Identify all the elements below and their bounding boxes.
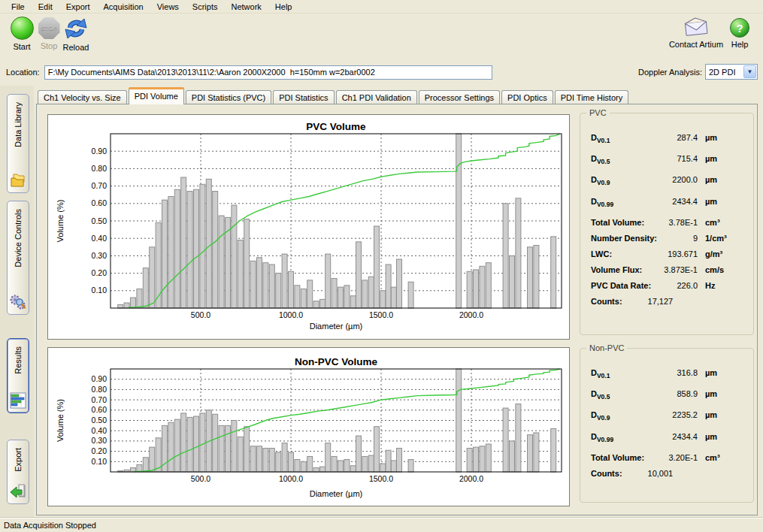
menu-acquisition[interactable]: Acquisition: [97, 1, 150, 13]
tab-ch1-pdi-validation[interactable]: Ch1 PDI Validation: [336, 90, 417, 104]
non-pvc-volume-chart: 0.100.200.300.400.500.600.700.800.90500.…: [47, 347, 570, 506]
doppler-analysis-select[interactable]: 2D PDI ▼: [705, 64, 758, 80]
svg-text:0.10: 0.10: [92, 286, 107, 295]
stat-row-dv09: DV0.9 2235.2 µm: [591, 410, 744, 422]
reload-label: Reload: [63, 43, 89, 52]
svg-text:PVC Volume: PVC Volume: [306, 121, 366, 132]
tab-ch1-velocity-vs-size[interactable]: Ch1 Velocity vs. Size: [38, 90, 127, 104]
contact-artium-label: Contact Artium: [669, 40, 723, 49]
sidebar-item-label: Results: [14, 346, 23, 374]
sidebar-item-label: Device Controls: [14, 209, 23, 268]
tab-pdi-optics[interactable]: PDI Optics: [501, 90, 553, 104]
status-text: Data Acquisition Stopped: [4, 521, 96, 530]
tab-strip: Ch1 Velocity vs. Size PDI Volume PDI Sta…: [36, 87, 758, 104]
svg-text:0.80: 0.80: [92, 164, 107, 173]
app-window: File Edit Export Acquisition Views Scrip…: [0, 0, 763, 532]
tab-pdi-statistics[interactable]: PDI Statistics: [273, 90, 334, 104]
stat-row-dv01: DV0.1 316.8 µm: [591, 368, 744, 379]
svg-text:2000.0: 2000.0: [459, 310, 483, 319]
menu-help[interactable]: Help: [268, 1, 299, 13]
stat-row-nonpvc-counts: Counts: 10,001: [591, 469, 744, 478]
stat-row-dv01: DV0.1 287.4 µm: [591, 133, 744, 144]
reload-arrows-icon: [64, 17, 88, 41]
tab-control: Ch1 Velocity vs. Size PDI Volume PDI Sta…: [36, 87, 758, 515]
sidebar-item-label: Export: [14, 448, 23, 472]
sidebar-item-label: Data Library: [14, 102, 23, 147]
sidebar-item-results[interactable]: Results: [7, 338, 29, 413]
tab-pdi-volume[interactable]: PDI Volume: [129, 87, 184, 104]
stat-row-dv099: DV0.99 2434.4 µm: [591, 197, 744, 208]
stat-row-lwc: LWC: 193.671 g/m³: [591, 249, 744, 258]
tab-pdi-time-history[interactable]: PDI Time History: [555, 90, 629, 104]
reload-button[interactable]: Reload: [56, 17, 96, 52]
stat-row-total-volume: Total Volume: 3.20E-1 cm³: [591, 453, 744, 462]
svg-text:0.40: 0.40: [92, 234, 107, 243]
svg-text:Volume (%): Volume (%): [56, 399, 65, 442]
export-arrow-icon: [10, 483, 26, 500]
svg-text:Diameter (µm): Diameter (µm): [310, 322, 363, 331]
svg-text:0.90: 0.90: [92, 374, 107, 383]
menu-views[interactable]: Views: [150, 1, 186, 13]
svg-text:0.90: 0.90: [92, 147, 107, 156]
sidebar-item-data-library[interactable]: Data Library: [7, 94, 29, 193]
svg-text:0.20: 0.20: [92, 268, 107, 277]
stat-row-number-density: Number Density: 9 1/cm³: [591, 234, 744, 243]
doppler-analysis-label: Doppler Analysis:: [638, 68, 702, 77]
stat-row-dv05: DV0.5 858.9 µm: [591, 389, 744, 401]
contact-artium-button[interactable]: Contact Artium: [666, 17, 726, 49]
pvc-volume-chart: 0.100.200.300.400.500.600.700.800.90500.…: [47, 114, 570, 340]
stat-row-dv05: DV0.5 715.4 µm: [591, 154, 744, 165]
pvc-groupbox-title: PVC: [586, 108, 610, 117]
tab-processor-settings[interactable]: Processor Settings: [419, 90, 500, 104]
menu-network[interactable]: Network: [224, 1, 268, 13]
svg-text:Non-PVC Volume: Non-PVC Volume: [295, 356, 377, 367]
svg-text:0.80: 0.80: [92, 385, 107, 394]
stat-row-total-volume: Total Volume: 3.78E-1 cm³: [591, 218, 744, 227]
menu-edit[interactable]: Edit: [32, 1, 59, 13]
svg-text:1000.0: 1000.0: [279, 474, 303, 483]
svg-text:0.50: 0.50: [92, 416, 107, 425]
tab-page-pdi-volume: 0.100.200.300.400.500.600.700.800.90500.…: [36, 104, 758, 515]
svg-text:2000.0: 2000.0: [459, 474, 483, 483]
stop-label: Stop: [41, 41, 58, 50]
non-pvc-stats-groupbox: Non-PVC DV0.1 316.8 µm DV0.5 858.9 µm DV…: [580, 348, 754, 503]
menu-file[interactable]: File: [5, 1, 32, 13]
svg-text:0.20: 0.20: [92, 446, 107, 455]
doppler-analysis-group: Doppler Analysis: 2D PDI ▼: [638, 64, 758, 80]
toolbar: Start STOP Stop Reload: [0, 14, 763, 62]
svg-text:0.60: 0.60: [92, 405, 107, 414]
stat-row-dv099: DV0.99 2434.4 µm: [591, 432, 744, 443]
svg-text:1500.0: 1500.0: [369, 474, 393, 483]
gears-search-icon: [10, 294, 26, 310]
stat-row-pvc-data-rate: PVC Data Rate: 226.0 Hz: [591, 281, 744, 290]
svg-text:0.70: 0.70: [92, 181, 107, 190]
svg-text:0.50: 0.50: [92, 216, 107, 225]
location-label: Location:: [6, 68, 40, 77]
help-label: Help: [731, 40, 749, 49]
svg-text:0.30: 0.30: [92, 436, 107, 445]
bar-chart-icon: [10, 392, 26, 409]
sidebar-item-device-controls[interactable]: Device Controls: [7, 201, 29, 315]
menu-scripts[interactable]: Scripts: [186, 1, 225, 13]
svg-text:0.30: 0.30: [92, 251, 107, 260]
envelope-icon: [683, 17, 710, 38]
sidebar-item-export[interactable]: Export: [7, 440, 29, 504]
folders-icon: [10, 172, 26, 189]
svg-text:0.70: 0.70: [92, 395, 107, 404]
svg-text:500.0: 500.0: [191, 474, 210, 483]
help-question-icon: ?: [730, 18, 749, 38]
sidebar: Data Library Device Controls Results: [0, 86, 34, 517]
svg-text:Diameter (µm): Diameter (µm): [310, 489, 363, 498]
stat-row-volume-flux: Volume Flux: 3.873E-1 cm/s: [591, 265, 744, 274]
menu-bar: File Edit Export Acquisition Views Scrip…: [0, 0, 763, 14]
menu-export[interactable]: Export: [59, 1, 97, 13]
svg-text:0.10: 0.10: [92, 457, 107, 466]
tab-pdi-statistics-pvc[interactable]: PDI Statistics (PVC): [186, 90, 271, 104]
status-bar: Data Acquisition Stopped: [0, 517, 763, 532]
svg-text:0.60: 0.60: [92, 198, 107, 207]
svg-text:0.40: 0.40: [92, 426, 107, 435]
stat-row-dv09: DV0.9 2200.0 µm: [591, 175, 744, 186]
chevron-down-icon[interactable]: ▼: [743, 65, 756, 78]
location-input[interactable]: [44, 65, 492, 80]
help-button[interactable]: ? Help: [723, 17, 756, 49]
